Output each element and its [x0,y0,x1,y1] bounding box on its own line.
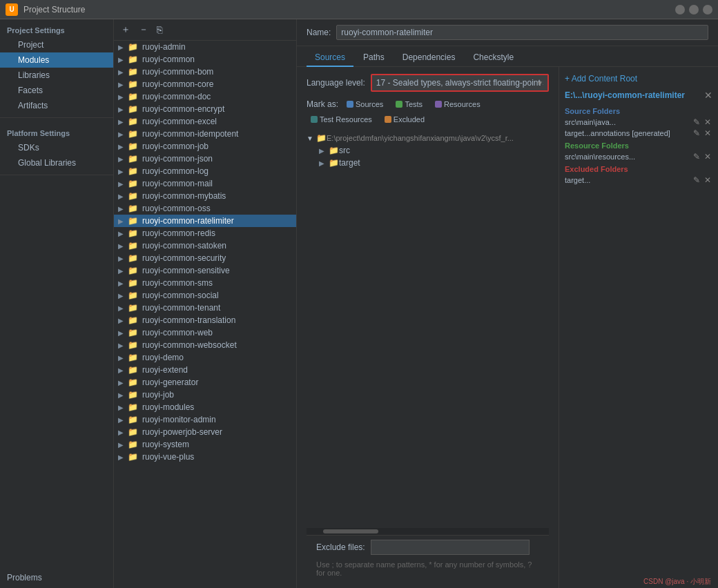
exclude-label: Exclude files: [316,542,365,552]
minimize-btn[interactable]: ─ [675,5,685,14]
module-folder-icon: 📁 [128,328,140,337]
module-list-item[interactable]: ▶📁ruoyi-common [114,53,296,66]
sidebar-item-facets[interactable]: Facets [0,83,113,98]
module-list-item[interactable]: ▶📁ruoyi-extend [114,364,296,376]
mark-resources-btn[interactable]: Resources [431,99,485,110]
module-arrow-icon: ▶ [118,304,128,312]
sidebar-item-problems[interactable]: Problems [0,567,113,588]
module-name-input[interactable] [336,25,708,40]
module-arrow-icon: ▶ [118,317,128,324]
module-list-item[interactable]: ▶📁ruoyi-common-job [114,140,296,153]
module-list-item[interactable]: ▶📁ruoyi-common-security [114,252,296,264]
module-list-item-label: ruoyi-common-social [142,291,219,300]
module-list-item[interactable]: ▶📁ruoyi-common-json [114,153,296,165]
module-list-item[interactable]: ▶📁ruoyi-common-web [114,326,296,339]
horizontal-scrollbar[interactable] [307,528,549,535]
module-list-item[interactable]: ▶📁ruoyi-vue-plus [114,451,296,463]
module-list-item[interactable]: ▶📁ruoyi-modules [114,401,296,413]
sidebar-item-global-libraries[interactable]: Global Libraries [0,155,113,170]
edit-resource-btn[interactable]: ✎ [692,152,701,161]
tab-sources[interactable]: Sources [307,49,353,67]
module-list-item[interactable]: ▶📁ruoyi-common-excel [114,115,296,128]
test-resources-color-dot [311,116,318,123]
module-list-item[interactable]: ▶📁ruoyi-common-oss [114,202,296,215]
module-arrow-icon: ▶ [118,366,128,374]
mark-excluded-btn[interactable]: Excluded [380,114,429,125]
module-folder-icon: 📁 [128,42,140,52]
module-list-item[interactable]: ▶📁ruoyi-admin [114,41,296,53]
sidebar-item-artifacts[interactable]: Artifacts [0,98,113,113]
module-list-item[interactable]: ▶📁ruoyi-common-websocket [114,339,296,351]
module-list-item[interactable]: ▶📁ruoyi-powerjob-server [114,426,296,438]
module-arrow-icon: ▶ [118,81,128,88]
module-list-item[interactable]: ▶📁ruoyi-common-mail [114,177,296,190]
module-list-item[interactable]: ▶📁ruoyi-common-doc [114,90,296,103]
sidebar-item-project[interactable]: Project [0,37,113,52]
tab-checkstyle[interactable]: Checkstyle [465,49,522,67]
module-list-item[interactable]: ▶📁ruoyi-common-tenant [114,302,296,314]
sidebar-item-modules[interactable]: Modules [0,52,113,68]
module-list-item[interactable]: ▶📁ruoyi-common-sensitive [114,264,296,277]
edit-source-annotations-btn[interactable]: ✎ [692,128,701,138]
module-list-item[interactable]: ▶📁ruoyi-common-ratelimiter [114,215,296,227]
window-controls: ─ □ ✕ [675,5,712,14]
edit-excluded-btn[interactable]: ✎ [692,175,701,185]
maximize-btn[interactable]: □ [689,5,699,14]
mark-tests-btn[interactable]: Tests [391,99,427,110]
language-level-select[interactable]: 17 - Sealed types, always-strict floatin… [372,75,547,90]
module-arrow-icon: ▶ [118,329,128,337]
remove-module-btn[interactable]: － [136,22,151,37]
tree-target-label: target [339,158,360,168]
module-list-item[interactable]: ▶📁ruoyi-common-satoken [114,239,296,252]
module-list-item[interactable]: ▶📁ruoyi-common-sms [114,277,296,289]
close-btn[interactable]: ✕ [703,5,712,14]
module-list-item-label: ruoyi-common-log [142,166,208,176]
module-list-item[interactable]: ▶📁ruoyi-common-mybatis [114,190,296,202]
module-list-item[interactable]: ▶📁ruoyi-system [114,438,296,451]
module-list-item[interactable]: ▶📁ruoyi-common-encrypt [114,103,296,115]
module-list-item[interactable]: ▶📁ruoyi-common-bom [114,66,296,78]
module-list-item-label: ruoyi-modules [142,402,194,412]
module-toolbar: ＋ － ⎘ [114,19,296,41]
exclude-files-input[interactable] [371,540,530,555]
module-list-item[interactable]: ▶📁ruoyi-monitor-admin [114,413,296,426]
module-list-item[interactable]: ▶📁ruoyi-common-idempotent [114,128,296,140]
mark-sources-btn[interactable]: Sources [342,99,387,110]
edit-source-java-btn[interactable]: ✎ [692,117,701,127]
module-list-item-label: ruoyi-common-sms [142,278,213,288]
tree-root-item[interactable]: ▼ 📁 E:\project\dmfan\yichangshifanxiangm… [307,132,549,144]
module-list-item-label: ruoyi-common-idempotent [142,129,238,139]
remove-excluded-btn[interactable]: ✕ [703,175,712,185]
module-list-item[interactable]: ▶📁ruoyi-generator [114,376,296,389]
tab-dependencies[interactable]: Dependencies [394,49,464,67]
copy-module-btn[interactable]: ⎘ [154,23,165,37]
module-list-item[interactable]: ▶📁ruoyi-common-redis [114,227,296,239]
tree-src-item[interactable]: ▶ 📁 src [307,144,549,157]
module-list-item[interactable]: ▶📁ruoyi-common-translation [114,314,296,326]
add-module-btn[interactable]: ＋ [118,22,133,37]
module-list-item[interactable]: ▶📁ruoyi-demo [114,351,296,364]
module-list-item[interactable]: ▶📁ruoyi-common-social [114,289,296,302]
remove-source-annotations-btn[interactable]: ✕ [703,128,712,138]
add-content-root-btn[interactable]: + Add Content Root [565,72,712,85]
tab-paths[interactable]: Paths [355,49,393,67]
module-list-item-label: ruoyi-common-sensitive [142,266,230,275]
left-sidebar: Project Settings Project Modules Librari… [0,19,114,588]
module-folder-icon: 📁 [128,266,140,275]
mark-test-resources-btn[interactable]: Test Resources [307,114,376,125]
module-folder-icon: 📁 [128,117,140,126]
sidebar-item-sdks[interactable]: SDKs [0,140,113,155]
module-folder-icon: 📁 [128,452,140,462]
tree-target-item[interactable]: ▶ 📁 target [307,157,549,169]
scrollbar-thumb[interactable] [323,529,378,533]
tabs-row: Sources Paths Dependencies Checkstyle [297,46,718,67]
module-list-item[interactable]: ▶📁ruoyi-job [114,389,296,401]
module-list-item-label: ruoyi-common-excel [142,117,217,126]
module-list-item[interactable]: ▶📁ruoyi-common-core [114,78,296,90]
language-level-row: Language level: 17 - Sealed types, alway… [307,74,549,92]
module-list-item[interactable]: ▶📁ruoyi-common-log [114,165,296,177]
close-module-btn[interactable]: ✕ [704,90,712,100]
remove-source-java-btn[interactable]: ✕ [703,117,712,127]
sidebar-item-libraries[interactable]: Libraries [0,68,113,83]
remove-resource-btn[interactable]: ✕ [703,152,712,161]
